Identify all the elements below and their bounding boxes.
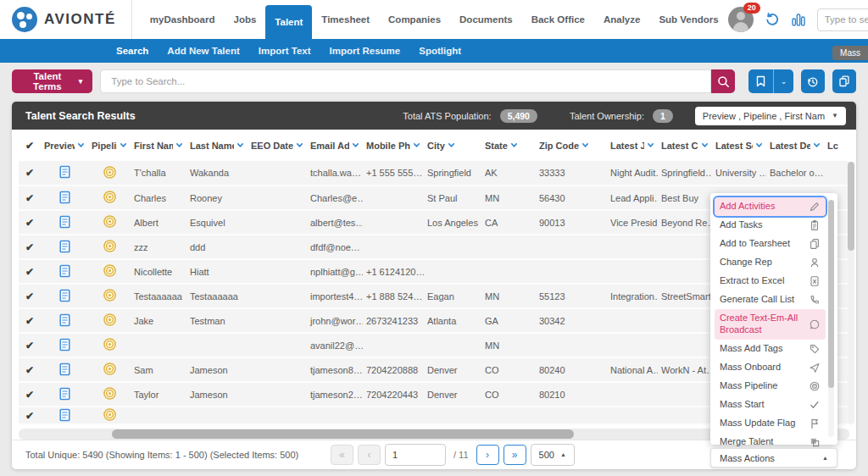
topnav-item-sub-vendors[interactable]: Sub Vendors [649, 0, 727, 39]
last-name-link[interactable]: ddd [186, 235, 248, 259]
first-name-link[interactable]: Taylor [131, 382, 186, 407]
row-selected-check-icon[interactable]: ✔ [25, 241, 34, 253]
table-vertical-scrollbar[interactable] [848, 162, 854, 424]
column-header[interactable]: Mobile Pho [366, 141, 420, 151]
chevron-down-icon[interactable] [175, 141, 183, 149]
topnav-item-mydashboard[interactable]: myDashboard [141, 0, 225, 39]
column-header[interactable]: Zip Code [539, 141, 604, 151]
topnav-item-back-office[interactable]: Back Office [522, 0, 594, 39]
column-header[interactable]: State [485, 141, 532, 151]
menu-item-mass-update-flag[interactable]: Mass Update Flag [715, 414, 826, 433]
last-name-link[interactable] [186, 333, 248, 357]
subnav-item-spotlight[interactable]: Spotlight [419, 46, 461, 56]
row-selected-check-icon[interactable]: ✔ [25, 266, 34, 278]
row-selected-check-icon[interactable]: ✔ [25, 410, 34, 422]
topnav-item-analyze[interactable]: Analyze [594, 0, 649, 39]
pipeline-bullseye-icon[interactable] [103, 288, 117, 302]
chevron-down-icon[interactable] [413, 141, 420, 149]
chevron-down-icon[interactable] [813, 141, 821, 149]
preview-document-icon[interactable] [58, 408, 71, 422]
menu-item-mass-start[interactable]: Mass Start [715, 396, 826, 414]
first-name-link[interactable]: Sam [131, 357, 186, 382]
pipeline-bullseye-icon[interactable] [103, 386, 117, 401]
last-name-link[interactable]: Testaaaaaa [186, 284, 248, 308]
preview-document-icon[interactable] [58, 215, 71, 229]
menu-item-change-rep[interactable]: Change Rep [715, 253, 826, 272]
chevron-down-icon[interactable] [448, 141, 455, 149]
preview-document-icon[interactable] [58, 191, 71, 204]
preview-document-icon[interactable] [58, 289, 71, 302]
preview-document-icon[interactable] [58, 240, 71, 253]
menu-item-add-to-tearsheet[interactable]: Add to Tearsheet [715, 235, 826, 253]
chevron-down-icon[interactable] [120, 141, 127, 149]
column-header[interactable]: City [427, 141, 478, 151]
sort-columns-dropdown[interactable]: Preview , Pipeline , First Nam ▼ [695, 107, 846, 125]
last-name-link[interactable] [186, 407, 248, 424]
talent-row[interactable]: ✔ T'challa Wakanda tchalla.wa… +1 555 55… [19, 161, 848, 185]
preview-document-icon[interactable] [58, 338, 71, 351]
menu-item-create-text-em-all-broadcast[interactable]: Create Text-Em-All Broadcast [715, 309, 826, 340]
preview-document-icon[interactable] [58, 313, 71, 327]
row-selected-check-icon[interactable]: ✔ [25, 340, 34, 351]
topnav-item-talent[interactable]: Talent [265, 5, 312, 39]
talent-terms-button[interactable]: Talent Terms ▾ [12, 69, 92, 93]
first-name-link[interactable]: Testaaaaaa [131, 284, 186, 308]
menu-item-add-tasks[interactable]: Add Tasks [715, 216, 826, 235]
notification-badge[interactable]: 20 [743, 3, 760, 14]
pipeline-bullseye-icon[interactable] [103, 263, 117, 278]
chevron-down-icon[interactable] [701, 141, 709, 149]
chevron-down-icon[interactable] [755, 141, 763, 149]
chevron-down-icon[interactable] [77, 141, 85, 149]
pipeline-bullseye-icon[interactable] [103, 407, 117, 422]
subnav-item-import-text[interactable]: Import Text [259, 46, 311, 56]
menu-item-mass-add-tags[interactable]: Mass Add Tags [715, 340, 826, 358]
column-header[interactable]: Latest Co… [661, 141, 709, 151]
menu-item-extract-to-excel[interactable]: Extract to Excel [715, 272, 826, 291]
run-search-button[interactable] [711, 69, 735, 93]
row-selected-check-icon[interactable]: ✔ [25, 364, 34, 376]
column-header[interactable]: EEO Date [251, 141, 303, 151]
chevron-down-icon[interactable] [510, 141, 518, 149]
subnav-item-search[interactable]: Search [116, 46, 148, 56]
first-name-link[interactable]: zzz [131, 235, 186, 259]
last-name-link[interactable]: Testman [186, 308, 248, 333]
first-name-link[interactable]: Albert [131, 210, 186, 235]
column-header[interactable]: Lc [827, 141, 844, 151]
pipeline-bullseye-icon[interactable] [103, 214, 117, 229]
pipeline-bullseye-icon[interactable] [103, 190, 117, 204]
first-name-link[interactable] [131, 333, 186, 357]
row-selected-check-icon[interactable]: ✔ [25, 389, 34, 401]
last-name-link[interactable]: Jameson [186, 382, 248, 407]
last-name-link[interactable]: Esquivel [186, 210, 248, 235]
save-search-dropdown-button[interactable]: ⌄ [774, 69, 793, 93]
subnav-item-add-new-talent[interactable]: Add New Talent [167, 46, 239, 56]
topnav-item-companies[interactable]: Companies [379, 0, 450, 39]
preview-document-icon[interactable] [58, 165, 71, 179]
row-selected-check-icon[interactable]: ✔ [25, 291, 34, 302]
last-page-button[interactable]: » [504, 445, 526, 465]
column-header[interactable]: First Name [134, 141, 183, 151]
last-name-link[interactable]: Hiatt [186, 259, 248, 284]
first-name-link[interactable] [131, 407, 186, 424]
first-name-link[interactable]: Jake [131, 308, 186, 333]
bar-chart-icon[interactable] [791, 12, 806, 27]
last-name-link[interactable]: Jameson [186, 357, 248, 382]
row-selected-check-icon[interactable]: ✔ [25, 315, 34, 327]
row-selected-check-icon[interactable]: ✔ [25, 167, 34, 179]
select-all-check-icon[interactable]: ✔ [25, 140, 34, 152]
first-name-link[interactable]: T'challa [131, 161, 186, 185]
next-page-button[interactable]: › [476, 445, 499, 465]
column-header[interactable]: Preview [44, 141, 85, 151]
chevron-down-icon[interactable] [296, 141, 303, 149]
first-name-link[interactable]: Nicollette [131, 259, 186, 284]
pipeline-bullseye-icon[interactable] [103, 362, 117, 376]
menu-item-generate-call-list[interactable]: Generate Call List [715, 291, 826, 309]
prev-page-button[interactable]: ‹ [358, 445, 381, 465]
chevron-down-icon[interactable] [236, 141, 244, 149]
column-header[interactable]: Email Addr [310, 141, 359, 151]
refresh-icon[interactable] [765, 12, 780, 27]
pipeline-bullseye-icon[interactable] [103, 165, 117, 180]
column-header[interactable]: Last Name [190, 141, 244, 151]
last-name-link[interactable]: Rooney [186, 185, 248, 210]
brand-logo[interactable]: AVIONTÉ [0, 0, 132, 39]
